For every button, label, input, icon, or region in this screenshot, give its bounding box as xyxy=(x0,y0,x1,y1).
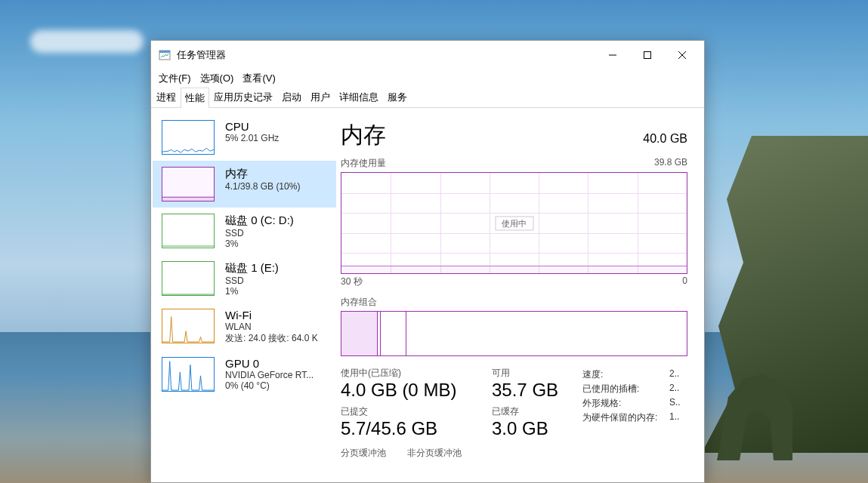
paged-pool-label: 分页缓冲池 xyxy=(341,447,386,460)
minimize-icon xyxy=(609,51,616,59)
sidebar-item-cpu[interactable]: CPU 5% 2.01 GHz xyxy=(153,114,336,161)
cached-value: 3.0 GB xyxy=(492,418,567,439)
maximize-icon xyxy=(644,51,651,59)
comp-standby xyxy=(381,312,406,355)
task-manager-window: 任务管理器 文件(F) 选项(O) 查看(V) 进程 性能 应用历史记录 启动 … xyxy=(150,40,705,483)
sidebar-item-disk1[interactable]: 磁盘 1 (E:) SSD 1% xyxy=(153,255,336,303)
in-use-tag: 使用中 xyxy=(495,216,533,230)
wifi-title: Wi-Fi xyxy=(225,309,327,321)
composition-label: 内存组合 xyxy=(341,296,687,309)
gpu-sub2: 0% (40 °C) xyxy=(225,380,327,391)
time-axis-left: 30 秒 xyxy=(341,275,363,288)
disk1-thumb xyxy=(162,261,215,296)
sidebar: CPU 5% 2.01 GHz 内存 4.1/39.8 GB (10%) 磁盘 … xyxy=(151,108,338,482)
memory-thumb xyxy=(162,167,215,202)
tab-processes[interactable]: 进程 xyxy=(152,87,181,107)
memory-title: 内存 xyxy=(225,167,327,181)
desktop-cloud xyxy=(30,30,144,53)
tab-startup[interactable]: 启动 xyxy=(277,87,306,107)
wifi-sub2: 发送: 24.0 接收: 64.0 K xyxy=(225,332,327,345)
close-icon xyxy=(678,51,686,59)
tab-details[interactable]: 详细信息 xyxy=(335,87,383,107)
close-button[interactable] xyxy=(665,44,700,66)
cpu-title: CPU xyxy=(225,120,327,133)
speed-key: 速度: xyxy=(582,368,669,381)
tab-users[interactable]: 用户 xyxy=(306,87,335,107)
committed-label: 已提交 xyxy=(341,405,477,418)
menu-options[interactable]: 选项(O) xyxy=(196,70,239,87)
window-title: 任务管理器 xyxy=(177,48,595,62)
gpu-title: GPU 0 xyxy=(225,357,327,370)
stats-row: 使用中(已压缩) 4.0 GB (0 MB) 已提交 5.7/45.6 GB 可… xyxy=(341,367,687,444)
in-use-value: 4.0 GB (0 MB) xyxy=(341,380,477,401)
svg-rect-6 xyxy=(162,197,214,201)
tab-performance[interactable]: 性能 xyxy=(181,88,209,108)
cpu-sub: 5% 2.01 GHz xyxy=(225,133,327,143)
wifi-thumb xyxy=(162,309,215,343)
form-key: 外形规格: xyxy=(582,397,669,410)
menubar: 文件(F) 选项(O) 查看(V) xyxy=(151,69,704,88)
maximize-button[interactable] xyxy=(630,44,665,66)
available-value: 35.7 GB xyxy=(492,380,567,401)
usage-band xyxy=(341,266,687,273)
committed-value: 5.7/45.6 GB xyxy=(341,418,477,439)
memory-total: 40.0 GB xyxy=(643,132,687,146)
svg-rect-3 xyxy=(644,52,651,59)
slots-key: 已使用的插槽: xyxy=(582,383,669,395)
minimize-button[interactable] xyxy=(595,44,630,66)
pool-row: 分页缓冲池 非分页缓冲池 xyxy=(341,447,687,460)
disk0-sub1: SSD xyxy=(225,228,327,238)
wifi-sub1: WLAN xyxy=(225,321,327,332)
gpu-thumb xyxy=(162,357,215,392)
disk0-title: 磁盘 0 (C: D:) xyxy=(225,214,327,228)
memory-usage-chart[interactable]: 使用中 xyxy=(341,172,687,274)
tabbar: 进程 性能 应用历史记录 启动 用户 详细信息 服务 xyxy=(151,88,704,108)
available-label: 可用 xyxy=(492,367,567,380)
reserved-key: 为硬件保留的内存: xyxy=(582,411,669,424)
tab-app-history[interactable]: 应用历史记录 xyxy=(209,87,277,107)
usage-chart-label: 内存使用量 xyxy=(341,157,386,170)
usage-chart-max: 39.8 GB xyxy=(654,157,687,170)
reserved-val: 1.. xyxy=(669,411,679,424)
sidebar-item-gpu[interactable]: GPU 0 NVIDIA GeForce RT... 0% (40 °C) xyxy=(153,351,336,398)
memory-sub: 4.1/39.8 GB (10%) xyxy=(225,181,327,192)
disk1-sub2: 1% xyxy=(225,286,327,297)
menu-file[interactable]: 文件(F) xyxy=(154,70,196,87)
app-icon xyxy=(159,49,171,61)
sidebar-item-memory[interactable]: 内存 4.1/39.8 GB (10%) xyxy=(153,161,336,208)
disk0-sub2: 3% xyxy=(225,238,327,249)
main-panel: 内存 40.0 GB 内存使用量 39.8 GB 使用中 30 秒 0 内存组合 xyxy=(338,108,704,482)
memory-composition-bar[interactable] xyxy=(341,311,687,356)
content-area: CPU 5% 2.01 GHz 内存 4.1/39.8 GB (10%) 磁盘 … xyxy=(151,108,704,482)
gpu-sub1: NVIDIA GeForce RT... xyxy=(225,370,327,380)
nonpaged-pool-label: 非分页缓冲池 xyxy=(407,447,462,460)
tab-services[interactable]: 服务 xyxy=(383,87,412,107)
disk1-sub1: SSD xyxy=(225,275,327,286)
comp-in-use xyxy=(341,312,378,355)
svg-rect-1 xyxy=(159,51,170,53)
disk0-thumb xyxy=(162,214,215,248)
cached-label: 已缓存 xyxy=(492,405,567,418)
page-title: 内存 xyxy=(341,120,386,151)
cpu-thumb xyxy=(162,120,215,155)
menu-view[interactable]: 查看(V) xyxy=(238,70,280,87)
in-use-label: 使用中(已压缩) xyxy=(341,367,477,380)
time-axis-right: 0 xyxy=(682,275,687,288)
form-val: S.. xyxy=(669,397,681,410)
slots-val: 2.. xyxy=(669,383,679,395)
sidebar-item-disk0[interactable]: 磁盘 0 (C: D:) SSD 3% xyxy=(153,208,336,255)
sidebar-item-wifi[interactable]: Wi-Fi WLAN 发送: 24.0 接收: 64.0 K xyxy=(153,303,336,351)
speed-val: 2.. xyxy=(669,368,679,381)
comp-free xyxy=(406,312,687,355)
window-controls xyxy=(595,44,700,66)
disk1-title: 磁盘 1 (E:) xyxy=(225,261,327,275)
titlebar[interactable]: 任务管理器 xyxy=(151,41,704,69)
